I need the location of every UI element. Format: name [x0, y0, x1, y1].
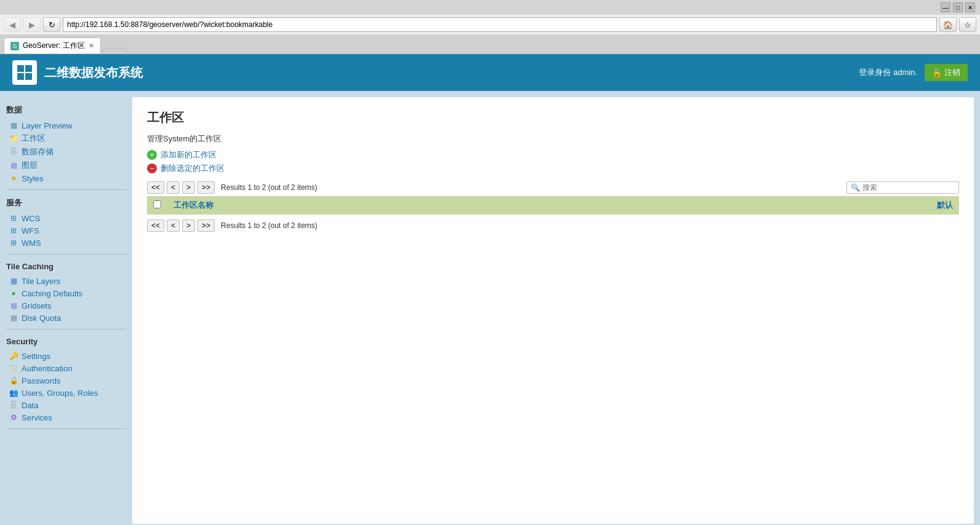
services-icon: ⚙ [9, 412, 18, 422]
pager-bottom-prev-btn[interactable]: < [167, 219, 180, 232]
sidebar-item-data[interactable]: 🗄 Data [6, 399, 126, 411]
sidebar-item-datastores[interactable]: 🗄 数据存储 [6, 145, 126, 159]
layer-preview-icon: ▦ [9, 120, 18, 130]
sidebar-section-tile: Tile Caching [6, 262, 126, 271]
address-bar[interactable] [63, 17, 937, 32]
wms-icon: ⊞ [9, 238, 18, 248]
sidebar-item-gridsets[interactable]: ▦ Gridsets [6, 299, 126, 312]
sidebar-item-passwords[interactable]: 🔒 Passwords [6, 374, 126, 387]
tab-label: GeoServer: 工作区 [23, 41, 85, 51]
pager-bottom-next-btn[interactable]: > [182, 219, 195, 232]
content-area: 数据 ▦ Layer Preview 📁 工作区 🗄 数据存储 ▦ 图层 ★ S… [0, 91, 980, 525]
sidebar-divider-3 [6, 329, 126, 330]
th-name-link[interactable]: 工作区名称 [173, 200, 213, 210]
add-workspace-link[interactable]: + 添加新的工作区 [147, 149, 959, 160]
logo-svg [16, 64, 33, 81]
browser-chrome: — □ ✕ ◀ ▶ ↻ 🏠 ☆ G GeoServer: 工作区 ✕ [0, 0, 980, 54]
disk-quota-icon: ▦ [9, 313, 18, 323]
new-tab-btn[interactable] [102, 48, 127, 53]
pager-bottom-first-btn[interactable]: << [147, 219, 164, 232]
authentication-icon: 🛡 [9, 363, 18, 373]
gridsets-icon: ▦ [9, 301, 18, 310]
table-controls-top: << < > >> Results 1 to 2 (out of 2 items… [147, 181, 959, 194]
sidebar: 数据 ▦ Layer Preview 📁 工作区 🗄 数据存储 ▦ 图层 ★ S… [0, 91, 132, 525]
pager-bottom: << < > >> Results 1 to 2 (out of 2 items… [147, 219, 321, 232]
home-button[interactable]: 🏠 [939, 17, 957, 32]
settings-icon: 🔑 [9, 351, 18, 361]
logo-area: 二维数据发布系统 [12, 60, 143, 85]
table-header-row: 工作区名称 默认 [147, 196, 959, 215]
pager-next-btn[interactable]: > [182, 181, 195, 194]
data-icon: 🗄 [9, 400, 18, 410]
header-right: 登录身份 admin. 🔓 注销 [859, 64, 968, 81]
delete-workspace-link[interactable]: − 删除选定的工作区 [147, 163, 959, 174]
tile-layers-icon: ▦ [9, 276, 18, 286]
top-header: 二维数据发布系统 登录身份 admin. 🔓 注销 [0, 54, 980, 91]
workspaces-icon: 📁 [9, 133, 18, 143]
sidebar-section-security: Security [6, 337, 126, 346]
sidebar-item-tile-layers[interactable]: ▦ Tile Layers [6, 275, 126, 287]
main-content: 工作区 管理System的工作区 + 添加新的工作区 − 删除选定的工作区 <<… [132, 97, 974, 524]
th-name[interactable]: 工作区名称 [167, 196, 681, 215]
datastores-icon: 🗄 [9, 147, 18, 157]
workspaces-table: 工作区名称 默认 [147, 196, 959, 215]
th-default[interactable]: 默认 [681, 196, 959, 215]
sidebar-item-caching-defaults[interactable]: ● Caching Defaults [6, 287, 126, 299]
refresh-button[interactable]: ↻ [43, 17, 60, 32]
delete-icon: − [147, 164, 157, 173]
pager-top: << < > >> Results 1 to 2 (out of 2 items… [147, 181, 321, 194]
sidebar-item-wfs[interactable]: ⊞ WFS [6, 224, 126, 237]
login-status: 登录身份 admin. [859, 67, 917, 78]
tab-bar: G GeoServer: 工作区 ✕ [0, 35, 980, 53]
pager-bottom-last-btn[interactable]: >> [197, 219, 215, 232]
wfs-icon: ⊞ [9, 226, 18, 235]
sidebar-item-settings[interactable]: 🔑 Settings [6, 350, 126, 362]
logo-icon [12, 60, 37, 85]
svg-rect-1 [25, 65, 32, 72]
tab-close-btn[interactable]: ✕ [89, 42, 94, 50]
sidebar-item-layers[interactable]: ▦ 图层 [6, 159, 126, 172]
layers-icon: ▦ [9, 160, 18, 170]
search-input[interactable] [862, 183, 955, 192]
browser-tab[interactable]: G GeoServer: 工作区 ✕ [4, 38, 101, 53]
sidebar-divider-1 [6, 189, 126, 190]
svg-rect-0 [17, 65, 24, 72]
results-info-bottom: Results 1 to 2 (out of 2 items) [221, 221, 317, 230]
sidebar-item-wcs[interactable]: ⊞ WCS [6, 212, 126, 224]
forward-button[interactable]: ▶ [23, 17, 41, 32]
sidebar-item-authentication[interactable]: 🛡 Authentication [6, 362, 126, 374]
sidebar-item-users-groups-roles[interactable]: 👥 Users, Groups, Roles [6, 387, 126, 399]
bookmark-button[interactable]: ☆ [959, 17, 976, 32]
search-icon: 🔍 [851, 183, 860, 192]
caching-defaults-icon: ● [9, 288, 18, 298]
titlebar: — □ ✕ [0, 0, 980, 15]
sidebar-item-workspaces[interactable]: 📁 工作区 [6, 132, 126, 145]
sidebar-item-wms[interactable]: ⊞ WMS [6, 237, 126, 249]
pager-first-btn[interactable]: << [147, 181, 164, 194]
back-button[interactable]: ◀ [4, 17, 21, 32]
close-btn[interactable]: ✕ [965, 2, 975, 12]
minimize-btn[interactable]: — [941, 2, 950, 12]
results-info-top: Results 1 to 2 (out of 2 items) [221, 183, 317, 192]
sidebar-item-services[interactable]: ⚙ Services [6, 411, 126, 424]
sidebar-section-services: 服务 [6, 197, 126, 208]
passwords-icon: 🔒 [9, 376, 18, 385]
select-all-checkbox[interactable] [153, 200, 161, 208]
sidebar-item-styles[interactable]: ★ Styles [6, 172, 126, 184]
pager-last-btn[interactable]: >> [197, 181, 215, 194]
pager-prev-btn[interactable]: < [167, 181, 180, 194]
wcs-icon: ⊞ [9, 213, 18, 223]
subtitle: 管理System的工作区 [147, 133, 959, 144]
search-box: 🔍 [847, 181, 959, 194]
sidebar-divider-4 [6, 428, 126, 429]
maximize-btn[interactable]: □ [953, 2, 963, 12]
sidebar-item-disk-quota[interactable]: ▦ Disk Quota [6, 312, 126, 324]
page-wrapper: 二维数据发布系统 登录身份 admin. 🔓 注销 数据 ▦ Layer Pre… [0, 54, 980, 525]
sidebar-divider-2 [6, 254, 126, 255]
site-title: 二维数据发布系统 [44, 65, 143, 81]
page-title: 工作区 [147, 109, 959, 126]
th-default-link[interactable]: 默认 [937, 200, 953, 210]
svg-rect-3 [25, 73, 32, 80]
logout-button[interactable]: 🔓 注销 [925, 64, 968, 81]
sidebar-item-layer-preview[interactable]: ▦ Layer Preview [6, 119, 126, 132]
